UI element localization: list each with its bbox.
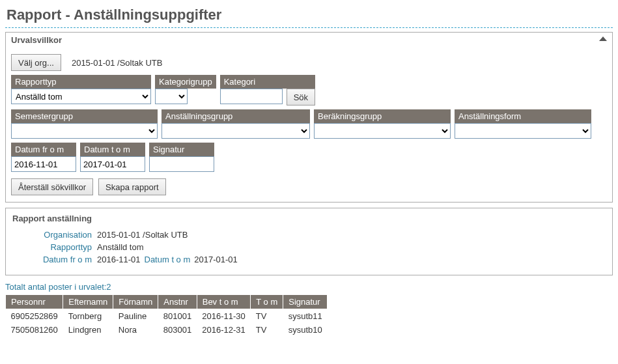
table-cell: Nora — [113, 323, 158, 337]
table-cell: 803001 — [158, 323, 197, 337]
table-header: Bev t o m — [197, 295, 251, 309]
kategorigrupp-select[interactable] — [155, 89, 188, 104]
total-count-value: 2 — [106, 282, 111, 292]
semestergrupp-select[interactable] — [11, 123, 158, 139]
table-cell: sysutb11 — [283, 309, 328, 324]
table-cell: 6905252869 — [6, 309, 63, 324]
table-cell: 801001 — [158, 309, 197, 324]
label-semestergrupp: Semestergrupp — [11, 109, 158, 123]
table-row: 7505081260LindgrenNora8030012016-12-31TV… — [6, 323, 328, 337]
rapporttyp-select[interactable]: Anställd tom — [11, 89, 151, 104]
summary-label-rapporttyp: Rapporttyp — [12, 242, 97, 252]
summary-value-rapporttyp: Anställd tom — [97, 242, 144, 252]
table-cell: sysutb10 — [283, 323, 328, 337]
total-count-prefix: Totalt antal poster i urvalet: — [5, 282, 106, 292]
datum-tom-input[interactable] — [80, 156, 145, 172]
label-signatur: Signatur — [149, 143, 214, 156]
criteria-panel: Urvalsvillkor Välj org... 2015-01-01 /So… — [5, 32, 613, 203]
collapse-icon[interactable] — [599, 36, 607, 41]
anstallningsform-select[interactable] — [455, 123, 591, 139]
table-cell: 2016-12-31 — [197, 323, 251, 337]
table-cell: Tornberg — [63, 309, 113, 324]
summary-value-organisation: 2015-01-01 /Soltak UTB — [97, 230, 188, 240]
table-cell: TV — [251, 323, 283, 337]
table-header: Förnamn — [113, 295, 158, 309]
table-row: 6905252869TornbergPauline8010012016-11-3… — [6, 309, 328, 324]
anstallningsgrupp-select[interactable] — [162, 123, 310, 139]
summary-label-datum-from: Datum fr o m — [12, 255, 97, 264]
label-datum-from: Datum fr o m — [11, 143, 76, 156]
table-cell: 7505081260 — [6, 323, 63, 337]
criteria-panel-heading: Urvalsvillkor — [11, 35, 62, 45]
label-berakningsgrupp: Beräkningsgrupp — [314, 109, 451, 123]
label-kategorigrupp: Kategorigrupp — [155, 75, 216, 89]
table-cell: 2016-11-30 — [197, 309, 251, 324]
signatur-input[interactable] — [149, 156, 214, 172]
table-header: T o m — [251, 295, 283, 309]
table-header: Efternamn — [63, 295, 113, 309]
label-kategori: Kategori — [220, 75, 315, 89]
create-report-button[interactable]: Skapa rapport — [98, 178, 166, 195]
label-datum-tom: Datum t o m — [80, 143, 145, 156]
reset-criteria-button[interactable]: Återställ sökvillkor — [11, 178, 93, 195]
result-table: PersonnrEfternamnFörnamnAnstnrBev t o mT… — [5, 294, 328, 337]
summary-value-datum-from: 2016-11-01 — [97, 255, 141, 264]
label-anstallningsform: Anställningsform — [455, 109, 591, 123]
sok-button[interactable]: Sök — [287, 89, 315, 105]
kategori-input[interactable] — [220, 89, 283, 104]
label-anstallningsgrupp: Anställningsgrupp — [162, 109, 310, 123]
table-header: Signatur — [283, 295, 328, 309]
table-cell: Pauline — [113, 309, 158, 324]
report-summary-panel: Rapport anställning Organisation 2015-01… — [5, 208, 613, 275]
table-header: Anstnr — [158, 295, 197, 309]
org-display: 2015-01-01 /Soltak UTB — [72, 58, 162, 68]
datum-from-input[interactable] — [11, 156, 76, 172]
report-summary-title: Rapport anställning — [12, 214, 606, 223]
summary-value-datum-tom: 2017-01-01 — [194, 255, 238, 264]
total-count-line: Totalt antal poster i urvalet:2 — [5, 282, 613, 292]
choose-org-button[interactable]: Välj org... — [11, 54, 61, 71]
summary-label-datum-tom: Datum t o m — [145, 255, 191, 264]
table-cell: Lindgren — [63, 323, 113, 337]
summary-label-organisation: Organisation — [12, 230, 97, 240]
label-rapporttyp: Rapporttyp — [11, 75, 151, 89]
berakningsgrupp-select[interactable] — [314, 123, 451, 139]
table-cell: TV — [251, 309, 283, 324]
page-title: Rapport - Anställningsuppgifter — [5, 4, 613, 28]
table-header: Personnr — [6, 295, 63, 309]
